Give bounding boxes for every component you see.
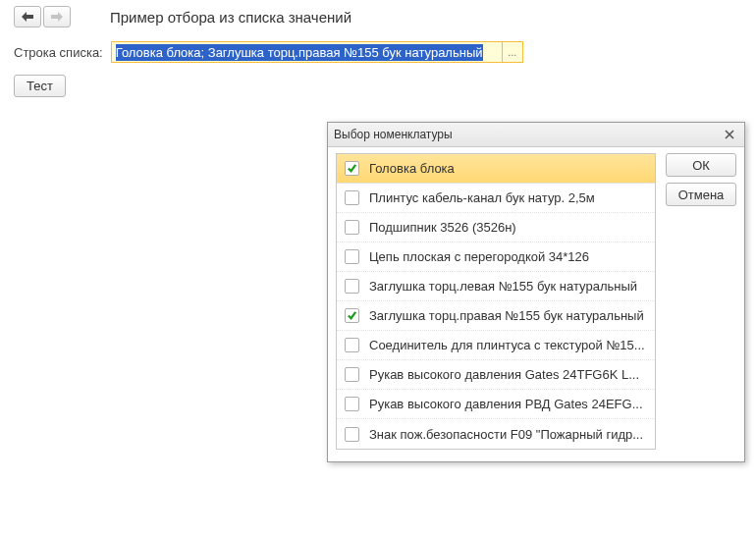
list-item[interactable]: Рукав высокого давления Gates 24TFG6K L.… (337, 360, 655, 390)
page-title: Пример отбора из списка значений (110, 9, 351, 26)
list-item-label: Знак пож.безопасности F09 "Пожарный гидр… (369, 427, 647, 442)
arrow-right-icon (50, 11, 64, 23)
list-item-label: Рукав высокого давления Gates 24TFG6K L.… (369, 367, 647, 382)
nav-group (14, 6, 71, 27)
dialog-body: Головка блокаПлинтус кабель-канал бук на… (328, 147, 744, 461)
list-item-label: Заглушка торц.левая №155 бук натуральный (369, 279, 647, 294)
list-item[interactable]: Головка блока (337, 154, 655, 184)
list-item-label: Плинтус кабель-канал бук натур. 2,5м (369, 190, 647, 205)
list-item[interactable]: Цепь плоская с перегородкой 34*126 (337, 242, 655, 272)
dialog-close-button[interactable] (721, 127, 738, 142)
checkbox[interactable] (345, 161, 359, 176)
checkbox[interactable] (345, 249, 359, 264)
checkbox[interactable] (345, 367, 359, 382)
ok-button[interactable]: ОК (666, 153, 736, 177)
list-item[interactable]: Соединитель для плинтуса с текстурой №15… (337, 331, 655, 360)
field-value[interactable]: Головка блока; Заглушка торц.правая №155… (112, 42, 502, 62)
checkbox[interactable] (345, 220, 359, 235)
dialog-title-text: Выбор номенклатуры (334, 128, 721, 141)
checkbox[interactable] (345, 338, 359, 352)
cancel-button[interactable]: Отмена (666, 183, 736, 206)
check-icon (347, 310, 357, 321)
close-icon (725, 130, 734, 139)
list-item-label: Головка блока (369, 161, 647, 176)
test-row: Тест (0, 63, 756, 109)
test-button[interactable]: Тест (14, 75, 66, 97)
select-dialog: Выбор номенклатуры Головка блокаПлинтус … (327, 122, 745, 462)
field-input-wrap[interactable]: Головка блока; Заглушка торц.правая №155… (111, 41, 523, 63)
list-item[interactable]: Подшипник 3526 (3526н) (337, 213, 655, 242)
list-item[interactable]: Знак пож.безопасности F09 "Пожарный гидр… (337, 419, 655, 449)
arrow-left-icon (21, 11, 34, 23)
dialog-titlebar[interactable]: Выбор номенклатуры (328, 123, 744, 147)
field-select-button[interactable]: ... (502, 42, 522, 62)
checkbox[interactable] (345, 427, 359, 442)
nav-back-button[interactable] (14, 6, 41, 27)
list-item[interactable]: Заглушка торц.правая №155 бук натуральны… (337, 301, 655, 331)
toolbar: Пример отбора из списка значений (0, 0, 756, 33)
list-item[interactable]: Заглушка торц.левая №155 бук натуральный (337, 272, 655, 301)
list-item-label: Цепь плоская с перегородкой 34*126 (369, 249, 647, 264)
field-selected-text: Головка блока; Заглушка торц.правая №155… (116, 44, 483, 61)
dialog-buttons: ОК Отмена (666, 153, 736, 450)
field-label: Строка списка: (14, 45, 103, 60)
checkbox[interactable] (345, 397, 359, 411)
checkbox[interactable] (345, 308, 359, 323)
nav-forward-button[interactable] (43, 6, 71, 27)
list-item[interactable]: Рукав высокого давления РВД Gates 24EFG.… (337, 390, 655, 419)
checkbox[interactable] (345, 279, 359, 294)
list-item-label: Соединитель для плинтуса с текстурой №15… (369, 338, 647, 352)
list-item-label: Заглушка торц.правая №155 бук натуральны… (369, 308, 647, 323)
list-item[interactable]: Плинтус кабель-канал бук натур. 2,5м (337, 184, 655, 213)
check-icon (347, 163, 357, 174)
list-item-label: Рукав высокого давления РВД Gates 24EFG.… (369, 397, 647, 411)
list-item-label: Подшипник 3526 (3526н) (369, 220, 647, 235)
checkbox[interactable] (345, 190, 359, 205)
item-list[interactable]: Головка блокаПлинтус кабель-канал бук на… (336, 153, 656, 450)
field-row: Строка списка: Головка блока; Заглушка т… (0, 33, 756, 63)
